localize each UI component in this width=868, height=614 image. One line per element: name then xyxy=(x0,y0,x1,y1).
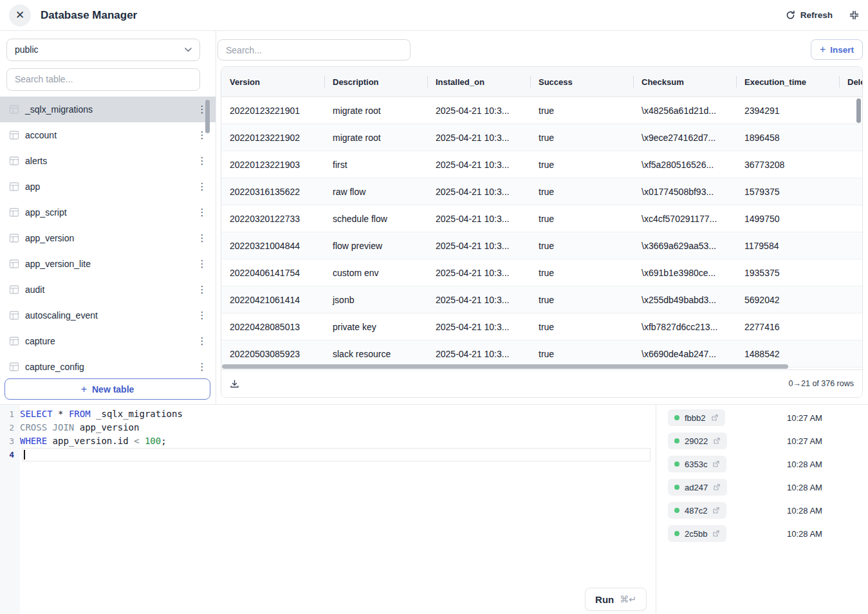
sidebar-table-item[interactable]: capture ⋮ xyxy=(0,328,216,354)
collapse-button[interactable] xyxy=(849,10,859,20)
table-cell[interactable]: \x01774508bf93... xyxy=(633,187,736,197)
table-cell[interactable]: custom env xyxy=(324,268,427,278)
vertical-scrollbar[interactable] xyxy=(856,98,861,123)
external-link-icon[interactable] xyxy=(712,507,720,514)
sidebar-table-item[interactable]: capture_config ⋮ xyxy=(0,354,216,373)
kebab-menu-icon[interactable]: ⋮ xyxy=(196,310,208,321)
kebab-menu-icon[interactable]: ⋮ xyxy=(196,155,208,167)
table-cell[interactable]: true xyxy=(530,268,633,278)
table-cell[interactable]: 1488542 xyxy=(736,349,839,359)
table-cell[interactable]: 2025-04-21 10:3... xyxy=(427,160,530,170)
new-table-button[interactable]: + New table xyxy=(5,378,210,400)
table-cell[interactable]: schedule flow xyxy=(324,214,427,224)
download-button[interactable] xyxy=(230,379,239,389)
sidebar-table-item[interactable]: autoscaling_event ⋮ xyxy=(0,302,216,328)
sidebar-table-item[interactable]: app_version ⋮ xyxy=(0,225,216,251)
kebab-menu-icon[interactable]: ⋮ xyxy=(196,335,208,347)
table-row[interactable]: 20220123221901migrate root2025-04-21 10:… xyxy=(221,97,862,124)
external-link-icon[interactable] xyxy=(711,414,719,422)
column-header[interactable]: Version xyxy=(221,77,324,87)
table-cell[interactable]: 36773208 xyxy=(736,160,839,170)
table-cell[interactable]: true xyxy=(530,160,633,170)
history-query-pill[interactable]: 2c5bb xyxy=(668,525,726,542)
column-header[interactable]: Success xyxy=(530,77,633,87)
code-line[interactable]: 3 WHERE app_version.id < 100; xyxy=(0,434,656,448)
code-line[interactable]: 2 CROSS JOIN app_version xyxy=(0,421,656,434)
table-cell[interactable]: true xyxy=(530,349,633,359)
table-row[interactable]: 20220421061414jsonb2025-04-21 10:3...tru… xyxy=(221,286,862,313)
table-cell[interactable]: true xyxy=(530,214,633,224)
table-cell[interactable]: true xyxy=(530,322,633,332)
table-cell[interactable]: \x6690de4ab247... xyxy=(633,349,736,359)
sidebar-table-item[interactable]: app_version_lite ⋮ xyxy=(0,251,216,277)
column-header[interactable]: Installed_on xyxy=(427,77,530,87)
table-cell[interactable]: true xyxy=(530,133,633,143)
kebab-menu-icon[interactable]: ⋮ xyxy=(196,361,208,373)
table-cell[interactable]: 1935375 xyxy=(736,268,839,278)
table-row[interactable]: 20220503085923slack resource2025-04-21 1… xyxy=(221,340,862,367)
table-cell[interactable]: true xyxy=(530,106,633,116)
code-line[interactable]: 4 xyxy=(0,448,656,461)
table-cell[interactable]: 2025-04-21 10:3... xyxy=(427,106,530,116)
table-cell[interactable]: 20220428085013 xyxy=(221,322,324,332)
table-cell[interactable]: migrate root xyxy=(324,106,427,116)
close-button[interactable]: ✕ xyxy=(9,5,31,26)
horizontal-scrollbar[interactable] xyxy=(222,364,788,369)
column-header[interactable]: Execution_time xyxy=(736,77,839,87)
table-cell[interactable]: 2025-04-21 10:3... xyxy=(427,322,530,332)
table-cell[interactable]: 2025-04-21 10:3... xyxy=(427,187,530,197)
run-button[interactable]: Run ⌘↵ xyxy=(585,588,647,611)
table-search-input[interactable] xyxy=(6,68,200,91)
table-cell[interactable]: 1179584 xyxy=(736,241,839,251)
sql-editor[interactable]: 1 SELECT * FROM _sqlx_migrations 2 CROSS… xyxy=(0,405,656,614)
external-link-icon[interactable] xyxy=(713,483,721,491)
table-row[interactable]: 20220320122733schedule flow2025-04-21 10… xyxy=(221,205,862,232)
table-cell[interactable]: 20220503085923 xyxy=(221,349,324,359)
table-cell[interactable]: true xyxy=(530,295,633,305)
external-link-icon[interactable] xyxy=(713,437,721,445)
table-cell[interactable]: \x3669a629aa53... xyxy=(633,241,736,251)
table-cell[interactable]: 20220406141754 xyxy=(221,268,324,278)
table-row[interactable]: 20220123221903first2025-04-21 10:3...tru… xyxy=(221,151,862,178)
table-cell[interactable]: 20220123221902 xyxy=(221,133,324,143)
table-cell[interactable]: true xyxy=(530,187,633,197)
table-cell[interactable]: private key xyxy=(324,322,427,332)
table-cell[interactable]: 20220123221901 xyxy=(221,106,324,116)
column-header[interactable]: Description xyxy=(324,77,427,87)
table-cell[interactable]: slack resource xyxy=(324,349,427,359)
table-cell[interactable]: 5692042 xyxy=(736,295,839,305)
table-cell[interactable]: \xf5a280516526... xyxy=(633,160,736,170)
table-cell[interactable]: \xfb7827d6cc213... xyxy=(633,322,736,332)
table-cell[interactable]: 2025-04-21 10:3... xyxy=(427,214,530,224)
table-cell[interactable]: migrate root xyxy=(324,133,427,143)
sidebar-scrollbar[interactable] xyxy=(205,100,210,133)
table-cell[interactable]: 2025-04-21 10:3... xyxy=(427,133,530,143)
table-cell[interactable]: 1579375 xyxy=(736,187,839,197)
table-cell[interactable]: 20220316135622 xyxy=(221,187,324,197)
external-link-icon[interactable] xyxy=(712,460,720,468)
table-row[interactable]: 20220316135622raw flow2025-04-21 10:3...… xyxy=(221,178,862,205)
table-cell[interactable]: 20220321004844 xyxy=(221,241,324,251)
history-query-pill[interactable]: ad247 xyxy=(668,479,727,496)
table-row[interactable]: 20220123221902migrate root2025-04-21 10:… xyxy=(221,124,862,151)
table-row[interactable]: 20220406141754custom env2025-04-21 10:3.… xyxy=(221,259,862,286)
schema-select[interactable]: public xyxy=(6,39,200,61)
table-cell[interactable]: raw flow xyxy=(324,187,427,197)
history-query-pill[interactable]: 487c2 xyxy=(668,502,726,519)
table-cell[interactable]: flow preview xyxy=(324,241,427,251)
sidebar-table-item[interactable]: audit ⋮ xyxy=(0,277,216,302)
table-row[interactable]: 20220428085013private key2025-04-21 10:3… xyxy=(221,313,862,340)
search-input[interactable] xyxy=(217,39,411,60)
table-cell[interactable]: 2025-04-21 10:3... xyxy=(427,295,530,305)
table-cell[interactable]: 2277416 xyxy=(736,322,839,332)
column-header[interactable]: Checksum xyxy=(633,77,736,87)
table-cell[interactable]: 1896458 xyxy=(736,133,839,143)
table-cell[interactable]: 2025-04-21 10:3... xyxy=(427,241,530,251)
table-cell[interactable]: 1499750 xyxy=(736,214,839,224)
table-cell[interactable]: first xyxy=(324,160,427,170)
table-cell[interactable]: 20220421061414 xyxy=(221,295,324,305)
insert-button[interactable]: + Insert xyxy=(811,39,863,60)
history-query-pill[interactable]: 29022 xyxy=(668,433,727,449)
sidebar-table-item[interactable]: _sqlx_migrations ⋮ xyxy=(0,97,216,122)
kebab-menu-icon[interactable]: ⋮ xyxy=(196,207,208,218)
